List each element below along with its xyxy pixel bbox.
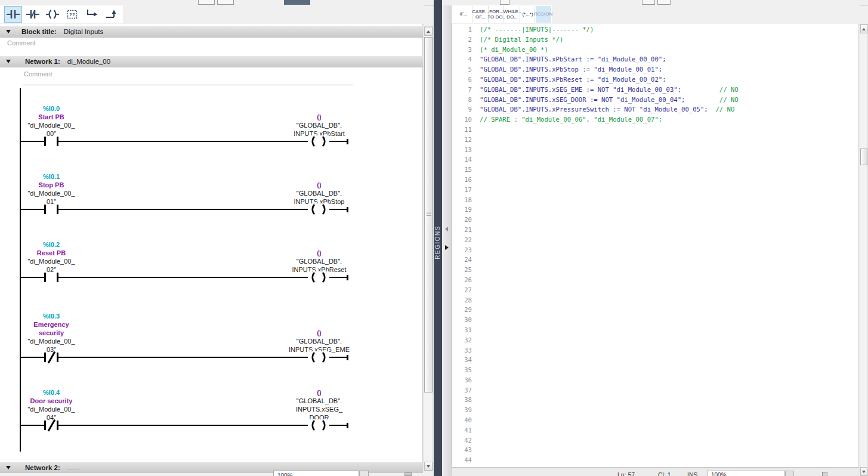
- coil-address-placeholder[interactable]: (): [282, 249, 356, 257]
- code-line[interactable]: 5"GLOBAL_DB".INPUTS.xPbStop := "di_Modul…: [452, 66, 858, 76]
- coil-operand[interactable]: "GLOBAL_DB".: [282, 121, 356, 129]
- network1-comment-field[interactable]: Comment: [24, 70, 52, 78]
- contact-open-symbol[interactable]: [44, 137, 58, 146]
- scl-vertical-scrollbar[interactable]: [860, 24, 868, 476]
- ladder-rung[interactable]: %I0.1 Stop PB "di_Module_00_ 01" () "GLO…: [0, 151, 382, 211]
- code-line[interactable]: 33: [452, 347, 858, 357]
- contact-address[interactable]: %I0.0: [14, 104, 88, 113]
- code-line[interactable]: 6"GLOBAL_DB".INPUTS.xPbReset := "di_Modu…: [452, 76, 858, 86]
- insert-contact-closed-button[interactable]: [24, 6, 42, 23]
- splitter-expand-icon[interactable]: [445, 245, 449, 250]
- insert-empty-box-button[interactable]: ??: [63, 6, 81, 23]
- contact-address[interactable]: %I0.2: [14, 240, 88, 249]
- code-line[interactable]: 30: [452, 316, 858, 326]
- scl-zoom-dropdown-button[interactable]: [785, 471, 794, 476]
- code-line[interactable]: 1(/* -------|INPUTS|------- */): [452, 26, 858, 36]
- coil-operand[interactable]: "GLOBAL_DB".: [282, 257, 356, 265]
- ladder-rung[interactable]: %I0.3 Emergency security "di_Module_00_ …: [0, 299, 382, 358]
- contact-operand[interactable]: "di_Module_00_: [14, 189, 88, 197]
- code-line[interactable]: 20: [452, 216, 858, 226]
- splitter-collapse-icon[interactable]: [445, 227, 448, 231]
- contact-open-symbol[interactable]: [44, 273, 58, 282]
- code-line[interactable]: 12: [452, 136, 858, 146]
- contact-operand[interactable]: "di_Module_00_: [14, 121, 88, 129]
- insert-contact-open-button[interactable]: [4, 6, 22, 23]
- code-line[interactable]: 13: [452, 146, 858, 156]
- code-line[interactable]: 28: [452, 296, 858, 307]
- ladder-rung[interactable]: %I0.0 Start PB "di_Module_00_ 00" () "GL…: [0, 83, 382, 143]
- insert-case-button[interactable]: CASE... OF...: [473, 6, 489, 23]
- panel-splitter[interactable]: [442, 5, 452, 476]
- ladder-rung[interactable]: %I0.4 Door security "di_Module_00_ 04" (…: [0, 367, 382, 426]
- scroll-up-button[interactable]: [860, 24, 867, 33]
- contact-closed-symbol[interactable]: [44, 353, 58, 362]
- collapse-triangle-icon[interactable]: [6, 466, 11, 469]
- insert-comment-button[interactable]: (*...*): [521, 6, 535, 23]
- open-branch-button[interactable]: [83, 6, 101, 23]
- code-line[interactable]: 34: [452, 356, 858, 366]
- scroll-up-button[interactable]: [424, 27, 433, 36]
- scl-code-area[interactable]: 1(/* -------|INPUTS|------- */)2(/* Digi…: [452, 24, 859, 468]
- contact-address[interactable]: %I0.4: [14, 388, 88, 397]
- contact-closed-symbol[interactable]: [44, 421, 58, 430]
- code-line[interactable]: 41: [452, 426, 858, 437]
- code-line[interactable]: 26: [452, 276, 858, 286]
- code-line[interactable]: 27: [452, 286, 858, 296]
- coil-operand[interactable]: "GLOBAL_DB".: [282, 337, 356, 345]
- close-branch-button[interactable]: [103, 6, 121, 23]
- insert-while-button[interactable]: WHILE.. DO...: [505, 6, 520, 23]
- code-line[interactable]: 2(/* Digital Inputs */): [452, 36, 858, 46]
- coil-operand[interactable]: INPUTS.xSEG_: [282, 405, 356, 413]
- coil-operand[interactable]: "GLOBAL_DB".: [282, 397, 356, 405]
- code-line[interactable]: 43: [452, 446, 858, 456]
- code-line[interactable]: 3(* di_Module_00 *): [452, 46, 858, 56]
- code-line[interactable]: 38: [452, 396, 858, 406]
- code-line[interactable]: 17: [452, 186, 858, 196]
- insert-if-button[interactable]: IF...: [455, 6, 472, 23]
- scrollbar-thumb[interactable]: [424, 37, 433, 392]
- contact-operand[interactable]: "di_Module_00_: [14, 337, 88, 345]
- code-line[interactable]: 39: [452, 406, 858, 416]
- code-line[interactable]: 42: [452, 437, 858, 447]
- code-line[interactable]: 32: [452, 336, 858, 347]
- lad-vertical-scrollbar[interactable]: [424, 26, 433, 471]
- code-line[interactable]: 7"GLOBAL_DB".INPUTS.xSEG_EME := NOT "di_…: [452, 86, 858, 96]
- code-line[interactable]: 11: [452, 126, 858, 136]
- block-comment-field[interactable]: Comment: [7, 39, 36, 47]
- insert-for-button[interactable]: FOR... TO DO..: [489, 6, 504, 23]
- code-line[interactable]: 35: [452, 366, 858, 376]
- code-line[interactable]: 31: [452, 326, 858, 336]
- coil-address-placeholder[interactable]: (): [282, 388, 356, 397]
- ladder-rung[interactable]: %I0.2 Reset PB "di_Module_00_ 02" () "GL…: [0, 219, 382, 279]
- coil-symbol[interactable]: [308, 351, 329, 363]
- code-line[interactable]: 36: [452, 376, 858, 387]
- code-line[interactable]: 4"GLOBAL_DB".INPUTS.xPbStart := "di_Modu…: [452, 55, 858, 66]
- lad-zoom-select[interactable]: 100%: [273, 471, 359, 476]
- code-line[interactable]: 18: [452, 196, 858, 206]
- collapse-triangle-icon[interactable]: [6, 60, 11, 63]
- contact-operand[interactable]: "di_Module_00_: [14, 257, 88, 265]
- coil-symbol[interactable]: [308, 271, 329, 283]
- scroll-down-button[interactable]: [860, 467, 867, 476]
- code-line[interactable]: 14: [452, 156, 858, 166]
- scl-zoom-select[interactable]: 100%: [707, 471, 785, 476]
- ladder-canvas[interactable]: %I0.0 Start PB "di_Module_00_ 00" () "GL…: [0, 85, 423, 461]
- contact-address[interactable]: %I0.1: [14, 172, 88, 181]
- code-line[interactable]: 25: [452, 266, 858, 276]
- code-line[interactable]: 22: [452, 236, 858, 246]
- code-line[interactable]: 21: [452, 226, 858, 236]
- code-line[interactable]: 10// SPARE : "di_Module_00_06", "di_Modu…: [452, 116, 858, 126]
- contact-open-symbol[interactable]: [44, 205, 58, 214]
- insert-region-button[interactable]: REGION: [536, 6, 551, 23]
- regions-collapsed-pane[interactable]: REGIONS: [434, 0, 442, 476]
- coil-operand[interactable]: "GLOBAL_DB".: [282, 189, 356, 197]
- code-line[interactable]: 9"GLOBAL_DB".INPUTS.xPressureSwitch := N…: [452, 106, 858, 116]
- scrollbar-thumb[interactable]: [860, 149, 867, 165]
- code-line[interactable]: 29: [452, 306, 858, 316]
- code-line[interactable]: 24: [452, 256, 858, 266]
- collapse-triangle-icon[interactable]: [6, 30, 11, 33]
- block-title-bar[interactable]: Block title: Digital Inputs: [0, 26, 423, 38]
- coil-address-placeholder[interactable]: (): [282, 113, 356, 121]
- code-line[interactable]: 23: [452, 246, 858, 256]
- code-line[interactable]: 44: [452, 456, 858, 466]
